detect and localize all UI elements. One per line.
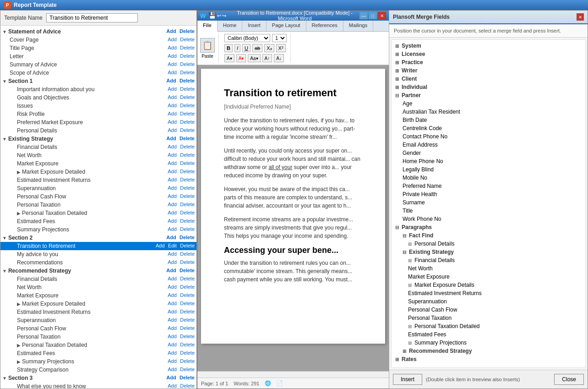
bold-button[interactable]: B <box>224 44 233 52</box>
tree-item-goals[interactable]: Goals and Objectives Add Delete <box>0 93 196 102</box>
maximize-button[interactable]: □ <box>369 12 377 19</box>
merge-item-preferred-name[interactable]: Preferred Name <box>395 182 582 190</box>
highlight-button[interactable]: A▾ <box>224 54 234 62</box>
merge-item-cash-flow-mf[interactable]: Personal Cash Flow <box>395 306 582 314</box>
template-name-input[interactable] <box>46 13 138 22</box>
section-recommended-strategy[interactable]: ▼ Recommended Strategy Add Delete <box>0 267 196 275</box>
delete-link[interactable]: Delete <box>180 251 195 258</box>
merge-item-fact-find[interactable]: ⊟ Fact Find <box>395 231 582 240</box>
tree-item-my-advice[interactable]: My advice to you Add Delete <box>0 250 196 258</box>
italic-button[interactable]: I <box>234 44 240 52</box>
tree-item-net-worth-1[interactable]: Net Worth Add Delete <box>0 151 196 159</box>
add-link[interactable]: Add <box>166 375 176 381</box>
delete-link[interactable]: Delete <box>180 235 195 241</box>
merge-item-practice[interactable]: ⊞ Practice <box>395 58 582 66</box>
horizontal-scrollbar[interactable] <box>197 371 389 378</box>
delete-link[interactable]: Delete <box>180 193 195 200</box>
merge-item-rates[interactable]: ⊞ Rates <box>395 355 582 363</box>
tree-item-risk-profile[interactable]: Risk Profile Add Delete <box>0 110 196 118</box>
delete-link[interactable]: Delete <box>180 301 195 307</box>
delete-link[interactable]: Delete <box>180 37 195 43</box>
add-link[interactable]: Add <box>168 144 177 150</box>
merge-item-mobile[interactable]: Mobile No <box>395 174 582 182</box>
merge-item-tax-detailed-mf[interactable]: ⊞ Personal Taxation Detailed <box>395 322 582 330</box>
size-select[interactable]: 11 <box>272 34 287 42</box>
delete-link[interactable]: Delete <box>180 160 195 167</box>
subscript-button[interactable]: X₂ <box>264 44 274 52</box>
close-button[interactable]: ✕ <box>378 12 386 19</box>
add-link[interactable]: Add <box>168 169 177 175</box>
section-statement-of-advice[interactable]: ▼ Statement of Advice Add Delete <box>0 27 196 36</box>
delete-link[interactable]: Delete <box>180 70 195 76</box>
tree-item-what-else[interactable]: What else you need to know Add Delete <box>0 382 196 389</box>
tree-item-market-exp-detailed-1[interactable]: ▶ Market Exposure Detailed Add Delete <box>0 168 196 176</box>
merge-item-est-fees-mf[interactable]: Estimated Fees <box>395 330 582 339</box>
tab-insert[interactable]: Insert <box>242 21 267 31</box>
add-link[interactable]: Add <box>168 284 177 290</box>
delete-link[interactable]: Delete <box>180 334 195 340</box>
add-link[interactable]: Add <box>168 276 177 282</box>
merge-item-paragraphs[interactable]: ⊟ Paragraphs <box>395 223 582 231</box>
tree-item-scope-advice[interactable]: Scope of Advice Add Delete <box>0 69 196 77</box>
close-panel-button[interactable]: Close <box>554 374 584 385</box>
grow-font-button[interactable]: A↑ <box>262 54 272 62</box>
tree-item-market-exp-2[interactable]: Market Exposure Add Delete <box>0 291 196 300</box>
tree-item-summary-advice[interactable]: Summary of Advice Add Delete <box>0 60 196 69</box>
add-link[interactable]: Add <box>166 136 176 142</box>
merge-item-fin-details-mf[interactable]: ⊞ Financial Details <box>395 256 582 264</box>
section-1-header[interactable]: ▼ Section 1 Add Delete <box>0 77 196 85</box>
tree-item-est-inv-2[interactable]: Estimated Investment Returns Add Delete <box>0 308 196 316</box>
add-link[interactable]: Add <box>168 218 177 225</box>
tree-item-net-worth-2[interactable]: Net Worth Add Delete <box>0 283 196 291</box>
delete-link[interactable]: Delete <box>180 342 195 348</box>
delete-link[interactable]: Delete <box>180 144 195 150</box>
delete-link[interactable]: Delete <box>180 28 195 35</box>
delete-link[interactable]: Delete <box>180 78 195 84</box>
merge-item-existing-strategy-mf[interactable]: ⊟ Existing Strategy <box>395 248 582 256</box>
merge-item-client[interactable]: ⊞ Client <box>395 75 582 83</box>
delete-link[interactable]: Delete <box>180 185 195 192</box>
merge-item-summary-proj-mf[interactable]: ⊞ Summary Projections <box>395 339 582 347</box>
delete-link[interactable]: Delete <box>180 127 195 134</box>
tree-item-cover-page[interactable]: Cover Page Add Delete <box>0 36 196 44</box>
merge-item-individual[interactable]: ⊞ Individual <box>395 83 582 91</box>
font-select[interactable]: Calibri (Body) <box>224 34 270 42</box>
merge-item-email[interactable]: Email Address <box>395 141 582 149</box>
tab-page-layout[interactable]: Page Layout <box>267 21 306 31</box>
delete-link[interactable]: Delete <box>180 152 195 159</box>
merge-item-super-mf[interactable]: Superannuation <box>395 297 582 306</box>
merge-item-centrelink[interactable]: Centrelink Code <box>395 124 582 132</box>
merge-item-licensee[interactable]: ⊞ Licensee <box>395 50 582 58</box>
merge-item-work-phone[interactable]: Work Phone No <box>395 215 582 223</box>
tab-mailings[interactable]: Mailings <box>343 21 373 31</box>
add-link[interactable]: Add <box>168 185 177 192</box>
section-existing-strategy[interactable]: ▼ Existing Strategy Add Delete <box>0 135 196 143</box>
delete-link[interactable]: Delete <box>180 169 195 175</box>
add-link[interactable]: Add <box>168 111 177 117</box>
add-link[interactable]: Add <box>168 309 177 315</box>
tree-item-cash-flow-1[interactable]: Personal Cash Flow Add Delete <box>0 192 196 201</box>
delete-link[interactable]: Delete <box>180 358 195 365</box>
merge-item-contact-phone[interactable]: Contact Phone No <box>395 132 582 141</box>
delete-link[interactable]: Delete <box>180 226 195 233</box>
merge-item-personal-details-ff[interactable]: ⊞ Personal Details <box>395 240 582 248</box>
delete-link[interactable]: Delete <box>180 276 195 282</box>
merge-item-market-exp-details-mf[interactable]: ⊞ Market Exposure Details <box>395 281 582 289</box>
delete-link[interactable]: Delete <box>180 268 195 274</box>
tree-item-tax-detailed-2[interactable]: ▶ Personal Taxation Detailed Add Delete <box>0 341 196 349</box>
delete-link[interactable]: Delete <box>180 53 195 60</box>
merge-item-age[interactable]: Age <box>395 99 582 108</box>
paste-button[interactable]: 📋 Paste <box>200 38 215 59</box>
section-3-header[interactable]: ▼ Section 3 Add Delete <box>0 374 196 382</box>
delete-link[interactable]: Delete <box>180 45 195 51</box>
tree-item-tax-detailed-1[interactable]: ▶ Personal Taxation Detailed Add Delete <box>0 209 196 217</box>
delete-link[interactable]: Delete <box>180 375 195 381</box>
delete-link[interactable]: Delete <box>180 103 195 109</box>
tab-file[interactable]: File <box>197 21 218 32</box>
add-link[interactable]: Add <box>168 259 177 266</box>
tree-item-market-exp-detailed-2[interactable]: ▶ Market Exposure Detailed Add Delete <box>0 300 196 308</box>
merge-item-private-health[interactable]: Private Health <box>395 190 582 198</box>
tree-item-fin-details-1[interactable]: Financial Details Add Delete <box>0 143 196 151</box>
tree-item-super-2[interactable]: Superannuation Add Delete <box>0 316 196 324</box>
add-link[interactable]: Add <box>168 152 177 159</box>
